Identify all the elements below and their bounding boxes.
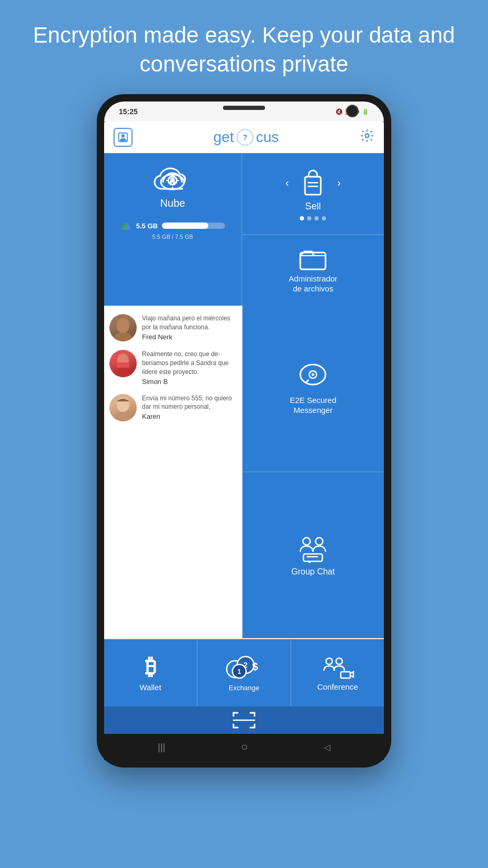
svg-rect-11 [308, 182, 318, 184]
message-content-karen: Envía mi número 555, no quiero dar mi nú… [142, 394, 236, 421]
fred-name: Fred Nerk [142, 333, 236, 341]
svg-point-37 [336, 658, 342, 664]
storage-info: 5.5 GB 5.5 GB / 7.5 GB [110, 220, 235, 240]
phone-bottom-nav: ||| ○ ◁ [104, 734, 384, 760]
svg-text:?: ? [242, 133, 247, 142]
simon-name: Simon B [142, 378, 236, 386]
svg-point-16 [117, 318, 129, 333]
svg-rect-12 [308, 186, 318, 187]
messenger-label: E2E Secured Messenger [290, 395, 336, 416]
conference-label: Conference [317, 682, 358, 691]
fred-message-text: Viajo mañana pero el miércoles por la ma… [142, 314, 236, 332]
message-content-fred: Viajo mañana pero el miércoles por la ma… [142, 314, 236, 341]
sell-prev-arrow[interactable]: ‹ [286, 177, 289, 189]
group-chat-label: Group Chat [291, 567, 335, 577]
sell-dots [300, 216, 326, 220]
messenger-tile[interactable]: E2E Secured Messenger [242, 306, 384, 472]
svg-point-9 [172, 183, 174, 184]
scan-bar[interactable] [104, 706, 384, 734]
phone-screen: get ? cus [104, 122, 384, 734]
hero-text: Encryption made easy. Keep your data and… [0, 21, 488, 78]
storage-sub-label: 5.5 GB / 7.5 GB [152, 234, 194, 240]
exchange-label: Exchange [229, 684, 259, 692]
karen-name: Karen [142, 412, 236, 420]
svg-rect-38 [341, 672, 350, 678]
svg-text:1: 1 [238, 668, 241, 675]
files-tile[interactable]: Administrador de archivos [241, 234, 384, 306]
files-label: Administrador de archivos [289, 274, 338, 294]
group-chat-tile[interactable]: Group Chat [242, 472, 384, 638]
message-item-simon[interactable]: Realmente no, creo que de-beríamos pedir… [104, 346, 241, 389]
status-bar: 15:25 🔇 📶 ⊗ 🔋 [104, 102, 384, 122]
sell-tile[interactable]: ‹ › Sell [241, 153, 384, 234]
right-feature-tiles: E2E Secured Messenger [241, 306, 384, 638]
svg-point-1 [121, 134, 125, 137]
svg-point-26 [316, 538, 323, 545]
nube-label: Nube [160, 197, 185, 209]
nube-tile[interactable]: Nube 5.5 GB [104, 153, 241, 306]
phone-shell: 15:25 🔇 📶 ⊗ 🔋 get ? [97, 94, 391, 768]
middle-grid: Viajo mañana pero el miércoles por la ma… [104, 306, 384, 638]
svg-point-24 [312, 373, 314, 376]
app-content: Nube 5.5 GB [104, 153, 384, 734]
svg-rect-28 [307, 556, 318, 558]
exchange-tile[interactable]: 5 2 1 $ Exchange [198, 639, 291, 706]
bitcoin-icon: ₿ [145, 654, 156, 680]
message-item-fred[interactable]: Viajo mañana pero el miércoles por la ma… [104, 310, 241, 346]
svg-point-25 [303, 538, 310, 545]
app-logo: get ? cus [214, 128, 279, 146]
svg-point-4 [365, 134, 369, 138]
simon-message-text: Realmente no, creo que de-beríamos pedir… [142, 350, 236, 376]
svg-text:$: $ [252, 661, 258, 672]
sell-next-arrow[interactable]: › [337, 177, 341, 189]
svg-point-15 [114, 332, 133, 341]
svg-point-36 [326, 658, 332, 664]
bottom-grid: ₿ Wallet 5 2 1 $ Exchange [104, 638, 384, 706]
sell-label: Sell [305, 201, 321, 212]
avatar-fred [109, 314, 137, 341]
svg-rect-19 [117, 362, 129, 368]
right-top-tiles: ‹ › Sell [241, 153, 384, 306]
messages-tile: Viajo mañana pero el miércoles por la ma… [104, 306, 241, 638]
home-button[interactable]: ○ [241, 740, 248, 754]
svg-point-18 [114, 368, 133, 377]
wallet-label: Wallet [139, 683, 161, 692]
svg-rect-27 [303, 554, 322, 561]
message-item-karen[interactable]: Envía mi número 555, no quiero dar mi nú… [104, 390, 241, 426]
profile-icon[interactable] [114, 128, 133, 147]
app-header: get ? cus [104, 122, 384, 153]
avatar-karen [109, 394, 137, 421]
top-grid: Nube 5.5 GB [104, 153, 384, 306]
karen-message-text: Envía mi número 555, no quiero dar mi nú… [142, 394, 236, 412]
avatar-simon [109, 350, 137, 377]
settings-icon[interactable] [360, 128, 374, 146]
conference-tile[interactable]: Conference [291, 639, 384, 706]
wallet-tile[interactable]: ₿ Wallet [104, 639, 198, 706]
svg-point-21 [114, 412, 133, 421]
recents-button[interactable]: ◁ [324, 742, 330, 752]
storage-gb-label: 5.5 GB [136, 222, 158, 230]
back-button[interactable]: ||| [158, 742, 165, 753]
message-content-simon: Realmente no, creo que de-beríamos pedir… [142, 350, 236, 385]
status-time: 15:25 [119, 107, 138, 116]
